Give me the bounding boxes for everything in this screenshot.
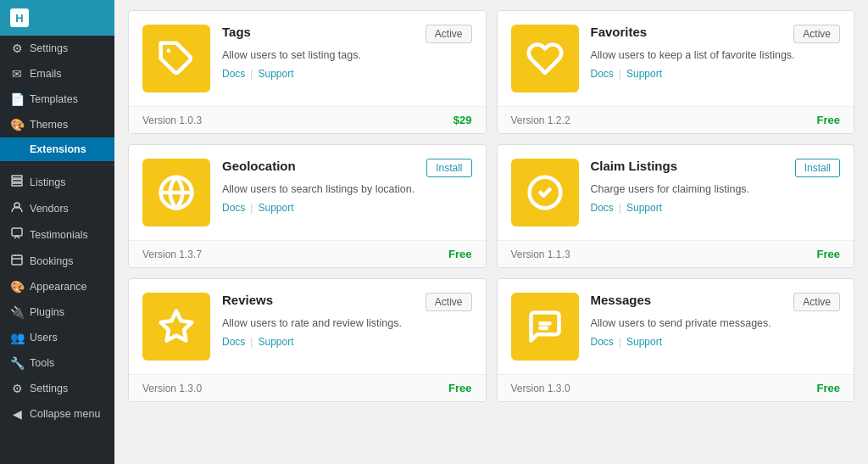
- sidebar-item-label: Themes: [30, 119, 68, 131]
- ext-docs-link-favorites[interactable]: Docs: [591, 68, 614, 80]
- ext-header: Tags Active: [222, 25, 472, 43]
- ext-button-favorites[interactable]: Active: [793, 25, 840, 43]
- ext-docs-link-tags[interactable]: Docs: [222, 68, 245, 80]
- testimonials-icon: [10, 227, 24, 242]
- logo-icon: H: [10, 8, 29, 27]
- ext-links-claim-listings: Docs | Support: [591, 202, 841, 214]
- ext-price-geolocation: Free: [448, 248, 471, 260]
- sidebar-label: Plugins: [30, 306, 64, 318]
- appearance-icon: 🎨: [10, 280, 24, 293]
- ext-info-messages: Messages Active Allow users to send priv…: [591, 293, 841, 361]
- sidebar-label: Vendors: [30, 203, 69, 215]
- ext-docs-link-reviews[interactable]: Docs: [222, 336, 245, 348]
- ext-support-link-favorites[interactable]: Support: [626, 68, 662, 80]
- extension-card-tags: Tags Active Allow users to set listing t…: [128, 10, 487, 134]
- main-content: Tags Active Allow users to set listing t…: [114, 0, 868, 464]
- sidebar-item-extensions[interactable]: Extensions: [0, 137, 114, 161]
- ext-desc-claim-listings: Charge users for claiming listings.: [591, 182, 841, 198]
- ext-card-top: Messages Active Allow users to send priv…: [498, 279, 854, 375]
- ext-button-claim-listings[interactable]: Install: [795, 159, 840, 177]
- sidebar-item-templates[interactable]: 📄 Templates: [0, 87, 114, 112]
- ext-docs-link-geolocation[interactable]: Docs: [222, 202, 245, 214]
- ext-price-claim-listings: Free: [817, 248, 840, 260]
- sidebar-item-label: Emails: [30, 68, 62, 80]
- ext-docs-link-messages[interactable]: Docs: [591, 336, 614, 348]
- ext-card-bottom-reviews: Version 1.3.0 Free: [129, 375, 486, 401]
- ext-header: Claim Listings Install: [591, 159, 841, 177]
- ext-card-top: Tags Active Allow users to set listing t…: [129, 11, 486, 107]
- sidebar-label: Listings: [30, 176, 65, 188]
- listings-icon: [10, 175, 24, 189]
- sidebar-item-themes[interactable]: 🎨 Themes: [0, 112, 114, 137]
- ext-button-tags[interactable]: Active: [426, 25, 472, 43]
- sidebar-item-testimonials[interactable]: Testimonials: [0, 221, 114, 248]
- sidebar-item-settings2[interactable]: ⚙ Settings: [0, 376, 114, 401]
- ext-price-favorites: Free: [817, 114, 840, 126]
- sidebar-item-label: Templates: [30, 93, 78, 105]
- ext-price-tags: $29: [453, 114, 472, 126]
- ext-header: Reviews Active: [222, 293, 472, 311]
- ext-card-top: Claim Listings Install Charge users for …: [498, 145, 854, 241]
- ext-card-top: Geolocation Install Allow users to searc…: [129, 145, 486, 241]
- ext-button-messages[interactable]: Active: [793, 293, 840, 311]
- ext-button-reviews[interactable]: Active: [426, 293, 472, 311]
- sidebar-item-vendors[interactable]: Vendors: [0, 195, 114, 221]
- ext-icon-geolocation: [142, 159, 210, 226]
- ext-card-bottom-favorites: Version 1.2.2 Free: [498, 107, 854, 133]
- ext-version-messages: Version 1.3.0: [511, 383, 570, 394]
- ext-card-top: Reviews Active Allow users to rate and r…: [129, 279, 486, 375]
- ext-icon-claim-listings: [511, 159, 579, 226]
- ext-version-geolocation: Version 1.3.7: [142, 249, 202, 260]
- ext-support-link-geolocation[interactable]: Support: [258, 202, 293, 214]
- svg-rect-4: [12, 228, 22, 236]
- sidebar-label: Collapse menu: [30, 408, 100, 420]
- sidebar-item-bookings[interactable]: Bookings: [0, 248, 114, 274]
- ext-support-link-tags[interactable]: Support: [258, 68, 293, 80]
- themes-icon: 🎨: [10, 118, 24, 131]
- ext-docs-link-claim-listings[interactable]: Docs: [591, 202, 614, 214]
- sidebar-item-plugins[interactable]: 🔌 Plugins: [0, 299, 114, 325]
- link-separator: |: [250, 336, 253, 348]
- ext-info-reviews: Reviews Active Allow users to rate and r…: [222, 293, 472, 361]
- ext-icon-messages: [511, 293, 579, 361]
- extension-card-reviews: Reviews Active Allow users to rate and r…: [128, 278, 487, 402]
- ext-icon-tags: [142, 25, 210, 92]
- link-separator: |: [250, 68, 253, 80]
- sidebar-item-settings[interactable]: ⚙ Settings: [0, 36, 114, 61]
- sidebar-label: Settings: [30, 383, 68, 394]
- svg-rect-0: [12, 176, 22, 178]
- ext-support-link-messages[interactable]: Support: [626, 336, 662, 348]
- templates-icon: 📄: [10, 92, 24, 106]
- ext-header: Messages Active: [591, 293, 841, 311]
- ext-desc-geolocation: Allow users to search listings by locati…: [222, 182, 472, 198]
- sidebar-item-appearance[interactable]: 🎨 Appearance: [0, 274, 114, 299]
- ext-header: Favorites Active: [591, 25, 841, 43]
- sidebar-label: Testimonials: [30, 229, 88, 241]
- sidebar-item-tools[interactable]: 🔧 Tools: [0, 350, 114, 376]
- ext-links-tags: Docs | Support: [222, 68, 472, 80]
- sidebar-logo[interactable]: H: [0, 0, 114, 36]
- sidebar-item-users[interactable]: 👥 Users: [0, 325, 114, 350]
- ext-info-geolocation: Geolocation Install Allow users to searc…: [222, 159, 472, 226]
- tools-icon: 🔧: [10, 356, 24, 370]
- ext-version-favorites: Version 1.2.2: [511, 115, 570, 126]
- sidebar-item-listings[interactable]: Listings: [0, 169, 114, 195]
- ext-info-favorites: Favorites Active Allow users to keep a l…: [591, 25, 841, 92]
- ext-support-link-claim-listings[interactable]: Support: [626, 202, 662, 214]
- ext-desc-reviews: Allow users to rate and review listings.: [222, 316, 472, 332]
- svg-rect-5: [12, 255, 22, 265]
- sidebar-item-collapse[interactable]: ◀ Collapse menu: [0, 401, 114, 427]
- collapse-icon: ◀: [10, 407, 24, 421]
- emails-icon: ✉: [10, 67, 24, 81]
- svg-marker-10: [161, 311, 192, 341]
- ext-info-claim-listings: Claim Listings Install Charge users for …: [591, 159, 841, 226]
- sidebar-label: Bookings: [30, 255, 73, 267]
- settings2-icon: ⚙: [10, 382, 24, 395]
- ext-desc-favorites: Allow users to keep a list of favorite l…: [591, 48, 841, 64]
- sidebar-item-emails[interactable]: ✉ Emails: [0, 61, 114, 87]
- ext-name-claim-listings: Claim Listings: [591, 159, 678, 173]
- ext-support-link-reviews[interactable]: Support: [258, 336, 293, 348]
- svg-rect-2: [12, 183, 22, 186]
- ext-button-geolocation[interactable]: Install: [426, 159, 471, 177]
- sidebar-item-label: Settings: [30, 42, 68, 54]
